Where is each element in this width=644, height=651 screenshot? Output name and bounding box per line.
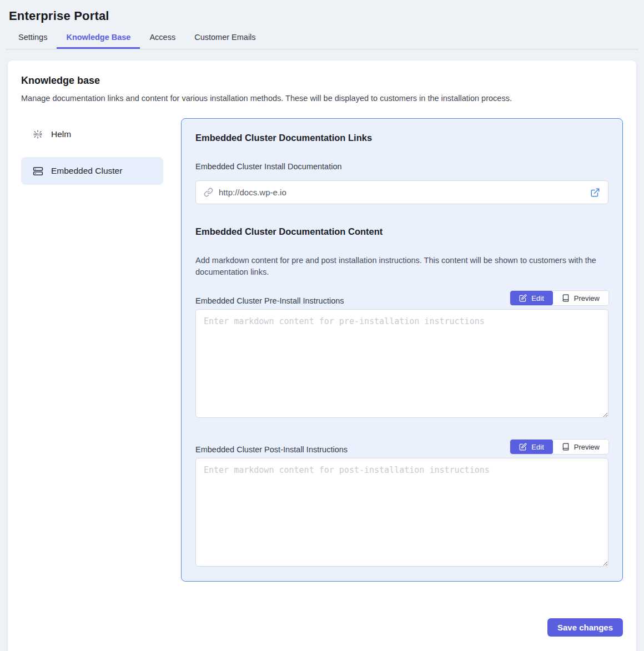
pre-install-textarea[interactable] <box>195 309 608 418</box>
install-doc-label: Embedded Cluster Install Documentation <box>195 162 608 171</box>
links-section-heading: Embedded Cluster Documentation Links <box>195 133 608 143</box>
content-section-description: Add markdown content for pre and post in… <box>195 255 608 277</box>
knowledge-base-card: Knowledge base Manage documentation link… <box>8 60 636 651</box>
post-install-preview-button[interactable]: Preview <box>553 440 608 454</box>
tab-customer-emails[interactable]: Customer Emails <box>185 25 265 49</box>
sidebar-item-label: Embedded Cluster <box>51 166 122 176</box>
external-link-icon[interactable] <box>590 188 600 198</box>
pre-install-preview-button[interactable]: Preview <box>553 291 608 305</box>
sidebar-item-helm[interactable]: HELM Helm <box>21 120 163 148</box>
edit-pencil-icon <box>519 294 527 302</box>
embedded-cluster-panel: Embedded Cluster Documentation Links Emb… <box>181 118 623 582</box>
post-install-textarea[interactable] <box>195 458 608 567</box>
tab-bar: Settings Knowledge Base Access Customer … <box>6 25 638 49</box>
install-doc-input[interactable] <box>219 188 585 197</box>
card-description: Manage documentation links and content f… <box>21 94 623 103</box>
sidebar-item-embedded-cluster[interactable]: Embedded Cluster <box>21 157 163 185</box>
helm-logo-icon: HELM <box>32 129 43 140</box>
card-heading: Knowledge base <box>21 75 623 87</box>
install-method-sidebar: HELM Helm Embedded Cluster <box>21 118 163 194</box>
sidebar-item-label: Helm <box>51 129 71 139</box>
server-icon <box>32 165 43 176</box>
link-icon <box>204 188 213 197</box>
book-icon <box>562 443 570 451</box>
svg-text:HELM: HELM <box>33 133 42 136</box>
post-install-label: Embedded Cluster Post-Install Instructio… <box>195 445 348 454</box>
tab-knowledge-base[interactable]: Knowledge Base <box>57 25 140 49</box>
install-doc-field <box>195 180 608 204</box>
pre-install-label: Embedded Cluster Pre-Install Instruction… <box>195 296 344 305</box>
edit-pencil-icon <box>519 443 527 451</box>
page-header: Enterprise Portal <box>0 0 644 23</box>
tab-settings[interactable]: Settings <box>9 25 57 49</box>
pre-install-edit-button[interactable]: Edit <box>510 291 552 305</box>
page-title: Enterprise Portal <box>9 9 635 23</box>
save-changes-button[interactable]: Save changes <box>547 618 623 637</box>
tab-access[interactable]: Access <box>140 25 185 49</box>
book-icon <box>562 294 570 302</box>
post-install-edit-button[interactable]: Edit <box>510 440 552 454</box>
post-install-mode-toggle: Edit Preview <box>510 440 608 454</box>
content-section-heading: Embedded Cluster Documentation Content <box>195 226 608 237</box>
pre-install-mode-toggle: Edit Preview <box>510 291 608 305</box>
